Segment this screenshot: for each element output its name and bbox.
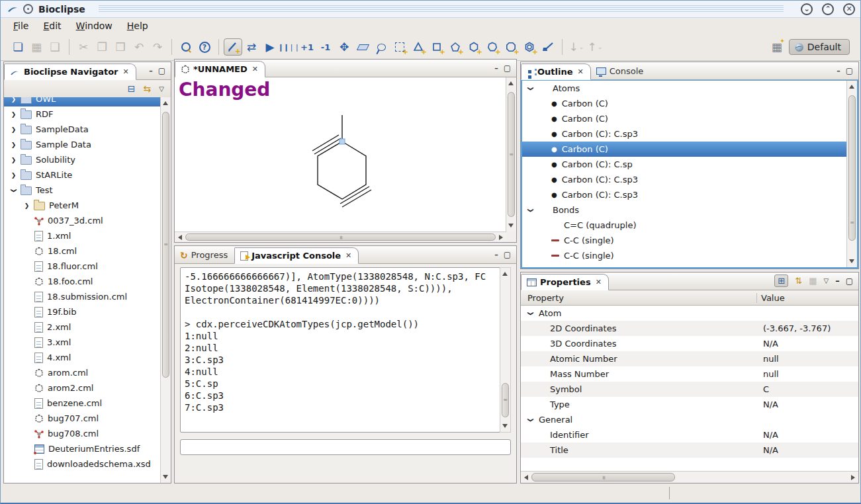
tab-bioclipse-navigator[interactable]: Bioclipse Navigator ✕ xyxy=(4,63,136,80)
property-row-identifier[interactable]: IdentifierN/A xyxy=(521,427,858,442)
show-tree-icon[interactable]: ⊞ xyxy=(774,274,788,287)
tree-item-sampledata[interactable]: ❯SampleData xyxy=(4,122,161,137)
outline-item-carbon-sp3[interactable]: ●Carbon (C): C.sp3 xyxy=(522,126,857,142)
tab-unnamed-editor[interactable]: *UNNAMED ✕ xyxy=(175,61,265,77)
editor-vertical-scrollbar[interactable]: ≡ xyxy=(506,77,516,231)
outline-item-carbon-sp[interactable]: ●Carbon (C): C.sp xyxy=(522,157,857,172)
save-icon[interactable]: ▦ xyxy=(27,38,46,56)
minimize-view-icon[interactable]: – xyxy=(835,276,839,286)
paste-icon[interactable]: ❒ xyxy=(111,38,130,56)
undo-icon[interactable]: ↶ xyxy=(130,38,148,56)
outline-item-single-bond[interactable]: C-C (single) xyxy=(522,233,857,248)
property-row-2d-coordinates[interactable]: 2D Coordinates(-3.667, -3.767) xyxy=(521,321,858,336)
move-tool-icon[interactable]: ✥ xyxy=(335,38,353,56)
editor-canvas[interactable]: Changed xyxy=(175,77,506,231)
tree-item-arom-cml[interactable]: arom.cml xyxy=(4,365,161,380)
tab-properties[interactable]: Properties ✕ xyxy=(521,274,609,290)
tree-item-19f-bib[interactable]: 19f.bib xyxy=(4,304,161,319)
ring-8-tool-icon[interactable]: + xyxy=(502,38,520,56)
tree-item-18-cml[interactable]: 18.cml xyxy=(4,243,161,259)
open-perspective-icon[interactable]: ▦✦ xyxy=(772,40,782,54)
outline-item-quadruple-bond[interactable]: C=C (quadruple) xyxy=(522,218,857,233)
close-icon[interactable]: ✕ xyxy=(123,67,129,76)
tree-item-downloadedschema-xsd[interactable]: downloadedschema.xsd xyxy=(4,456,161,472)
tree-item-arom2-cml[interactable]: arom2.cml xyxy=(4,380,161,396)
maximize-view-icon[interactable]: ▢ xyxy=(504,63,511,73)
outline-item-carbon[interactable]: ●Carbon (C) xyxy=(522,96,857,111)
sort-properties-icon[interactable]: ⇅ xyxy=(795,276,802,286)
previous-annotation-icon[interactable]: ↑⌄ xyxy=(586,38,604,56)
scrollbar-thumb[interactable]: ≡ xyxy=(848,95,856,241)
outline-item-single-bond[interactable]: C-C (single) xyxy=(522,248,857,263)
next-annotation-icon[interactable]: ↓⌄ xyxy=(567,38,586,56)
tree-item-4-xml[interactable]: 4.xml xyxy=(4,350,161,365)
help-icon[interactable]: ? xyxy=(195,38,214,56)
tab-javascript-console[interactable]: Javascript Console ✕ xyxy=(234,247,359,264)
ring-7-tool-icon[interactable]: + xyxy=(483,38,502,56)
tab-outline[interactable]: Outline ✕ xyxy=(521,63,591,80)
console-output[interactable]: -5.166666666666667)], AtomType(133802854… xyxy=(180,267,500,433)
new-wizard-icon[interactable]: ❏ xyxy=(9,38,27,56)
minimize-view-icon[interactable]: – xyxy=(494,64,498,73)
tree-item-rdf[interactable]: ❯RDF xyxy=(4,106,161,122)
wedge-bond-tool-icon[interactable]: ▶ xyxy=(261,38,279,56)
tree-item-deuteriumentries-sdf[interactable]: DeuteriumEntries.sdf xyxy=(4,441,161,456)
restore-default-icon[interactable]: ▦ xyxy=(809,276,817,286)
tab-progress[interactable]: ↻ Progress xyxy=(175,247,234,263)
ring-4-tool-icon[interactable]: + xyxy=(428,38,446,56)
console-vertical-scrollbar[interactable]: ≡ xyxy=(500,267,511,433)
tree-item-bug708-cml[interactable]: bug708.cml xyxy=(4,426,161,441)
minimize-window-button[interactable]: ⌄ xyxy=(801,3,813,15)
benzene-tool-icon[interactable]: + xyxy=(520,38,539,56)
search-icon[interactable] xyxy=(177,38,195,56)
menu-help[interactable]: Help xyxy=(121,19,154,32)
view-menu-icon[interactable]: ▽ xyxy=(159,85,164,93)
cut-icon[interactable]: ✂ xyxy=(74,38,93,56)
close-icon[interactable]: ✕ xyxy=(596,278,602,286)
property-category-atom[interactable]: ❯Atom xyxy=(521,306,858,321)
ring-3-tool-icon[interactable]: + xyxy=(409,38,428,56)
properties-horizontal-scrollbar[interactable]: ≡ xyxy=(521,471,858,483)
menu-file[interactable]: File xyxy=(7,19,34,32)
tree-item-3-xml[interactable]: 3.xml xyxy=(4,335,161,350)
close-icon[interactable]: ✕ xyxy=(252,65,258,73)
editor-horizontal-scrollbar[interactable]: ≡ xyxy=(175,231,506,242)
scrollbar-thumb[interactable]: ≡ xyxy=(502,383,509,417)
tree-item-test[interactable]: ❯Test xyxy=(4,183,161,198)
outline-item-carbon[interactable]: ●Carbon (C) xyxy=(522,111,857,126)
rectangle-select-tool-icon[interactable]: + xyxy=(390,38,409,56)
scrollbar-thumb[interactable]: ≡ xyxy=(185,233,496,241)
outline-item-bonds[interactable]: ❯Bonds xyxy=(522,202,857,218)
menu-edit[interactable]: Edit xyxy=(37,19,67,32)
outline-vertical-scrollbar[interactable]: ≡ xyxy=(846,81,857,267)
tree-item-bug707-cml[interactable]: bug707.cml xyxy=(4,411,161,426)
outline-item-carbon-sp3[interactable]: ●Carbon (C): C.sp3 xyxy=(522,187,857,202)
maximize-view-icon[interactable]: ▢ xyxy=(846,66,853,75)
menu-window[interactable]: Window xyxy=(70,19,118,32)
scrollbar-thumb[interactable]: ≡ xyxy=(508,92,515,217)
ring-5-tool-icon[interactable]: + xyxy=(446,38,465,56)
tree-item-sample-data[interactable]: ❯Sample Data xyxy=(4,137,161,152)
minimize-view-icon[interactable]: – xyxy=(837,67,840,75)
redo-icon[interactable]: ↷ xyxy=(148,38,167,56)
draw-bond-tool-icon[interactable]: + xyxy=(224,38,242,56)
eraser-tool-icon[interactable] xyxy=(353,38,372,56)
maximize-view-icon[interactable]: ▢ xyxy=(504,250,511,259)
maximize-view-icon[interactable]: ▢ xyxy=(846,276,853,286)
maximize-window-button[interactable]: ⌃ xyxy=(822,3,834,15)
minimize-view-icon[interactable]: – xyxy=(494,251,498,259)
property-row-title[interactable]: TitleN/A xyxy=(521,442,858,458)
tree-item-solubility[interactable]: ❯Solubility xyxy=(4,152,161,167)
bond-chain-tool-icon[interactable]: ⇄ xyxy=(242,38,261,56)
tree-item-1-xml[interactable]: 1.xml xyxy=(4,228,161,243)
tree-item-18-foo-cml[interactable]: 18.foo.cml xyxy=(4,274,161,289)
clean-structure-tool-icon[interactable] xyxy=(539,38,557,56)
outline-item-carbon-sp3[interactable]: ●Carbon (C): C.sp3 xyxy=(522,172,857,187)
default-perspective-button[interactable]: Default xyxy=(789,39,850,55)
tree-item-18-fluor-cml[interactable]: 18.fluor.cml xyxy=(4,259,161,274)
column-value[interactable]: Value xyxy=(756,293,785,303)
column-property[interactable]: Property xyxy=(521,293,756,303)
tree-item-0037-3d-cml[interactable]: 0037_3d.cml xyxy=(4,213,161,228)
close-icon[interactable]: ✕ xyxy=(345,251,351,260)
tree-item-benzene-cml[interactable]: benzene.cml xyxy=(4,396,161,411)
